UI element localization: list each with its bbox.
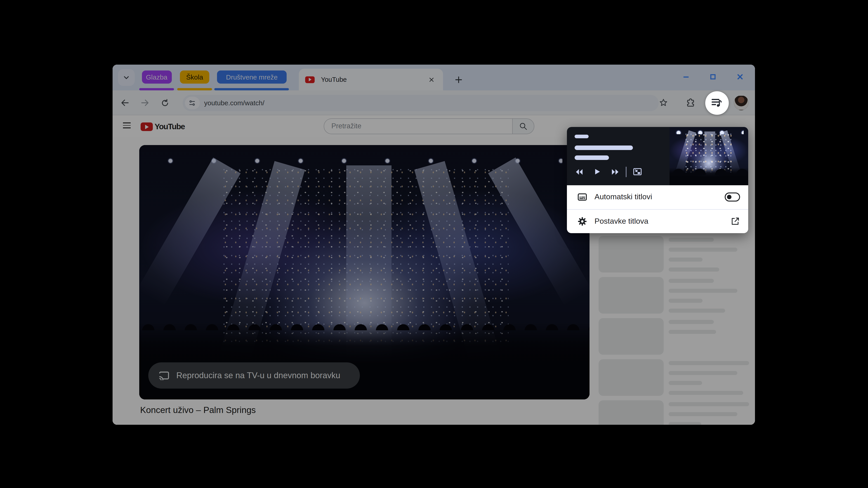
media-text-placeholder xyxy=(575,155,609,160)
next-track-button[interactable] xyxy=(610,167,620,176)
auto-captions-label: Automatski titlovi xyxy=(594,193,652,202)
media-title-placeholder xyxy=(575,134,589,138)
media-artwork xyxy=(670,127,748,185)
picture-in-picture-icon xyxy=(632,167,643,177)
media-playback-controls xyxy=(575,166,643,177)
media-controls-popup: Automatski titlovi Postavke titlova xyxy=(567,127,748,233)
live-caption-icon xyxy=(577,192,588,203)
dim-overlay xyxy=(113,65,755,425)
open-in-new-icon xyxy=(731,217,740,226)
screen: Glazba Škola Društvene mreže YouTube xyxy=(0,0,868,488)
play-button[interactable] xyxy=(593,168,601,176)
media-popup-header xyxy=(567,127,748,185)
media-controls-button[interactable] xyxy=(705,91,728,115)
gear-icon xyxy=(577,216,588,227)
next-track-icon xyxy=(610,167,620,176)
caption-settings-label: Postavke titlova xyxy=(594,217,648,226)
previous-track-icon xyxy=(575,167,584,176)
media-controls-icon xyxy=(711,97,723,109)
play-icon xyxy=(593,168,601,176)
previous-track-button[interactable] xyxy=(575,167,584,176)
picture-in-picture-button[interactable] xyxy=(632,167,643,177)
auto-captions-toggle[interactable] xyxy=(725,193,740,202)
media-text-placeholder xyxy=(575,145,633,150)
controls-divider xyxy=(626,166,627,177)
caption-settings-row[interactable]: Postavke titlova xyxy=(567,209,748,233)
auto-captions-row[interactable]: Automatski titlovi xyxy=(567,185,748,209)
